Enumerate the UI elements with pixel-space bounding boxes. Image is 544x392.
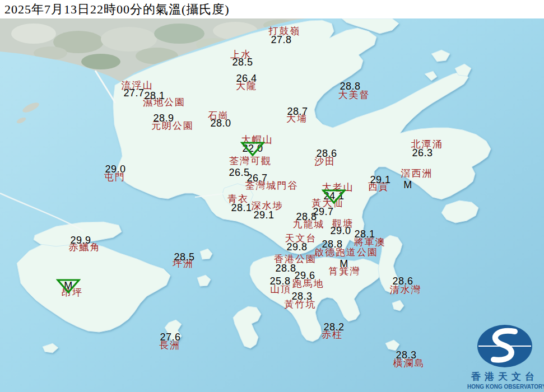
station-temp-value: 28.3 <box>396 349 416 361</box>
station-temp-value: 29.0 <box>105 164 125 175</box>
station-temp-value: 26.7 <box>247 172 267 184</box>
station-temp-value: 28.6 <box>392 276 413 287</box>
logo-chinese-label: 香港天文台 <box>467 370 542 383</box>
station-temp-value: 28.3 <box>291 291 312 302</box>
station-temp-value: 28.2 <box>323 321 344 333</box>
temperature-map-screen: 打鼓嶺27.8上水28.5大隴26.4流浮山27.7濕地公園28.1元朗公園28… <box>0 0 544 392</box>
station-name-label: 荃灣可觀 <box>229 155 272 167</box>
station-temp-value: 29.1 <box>253 209 274 221</box>
hko-emblem-icon <box>471 324 538 368</box>
station-temp-value: 29.6 <box>294 270 315 282</box>
station-temp-value: 28.5 <box>174 251 194 263</box>
station-temp-value: 27.6 <box>160 332 180 343</box>
station-temp-value: 28.8 <box>275 263 296 274</box>
station-temp-value: M <box>340 258 348 270</box>
station-temp-value: 28.0 <box>210 118 231 129</box>
station-temp-value: 29.1 <box>370 174 390 186</box>
station-temp-value: 29.0 <box>330 225 351 237</box>
station-temp-value: 28.1 <box>144 90 165 102</box>
station-temp-value: 29.9 <box>70 235 91 246</box>
station-temp-value: 28.5 <box>232 57 253 68</box>
title-bar: 2025年7月13日22時00分的氣溫(攝氏度) <box>0 0 544 18</box>
station-temp-value: 28.7 <box>287 106 308 118</box>
station-name-label: 滘西洲 <box>401 167 433 180</box>
logo-english-label: HONG KONG OBSERVATORY <box>467 384 542 390</box>
station-temp-value: 28.8 <box>296 211 317 223</box>
station-temp-value: 28.1 <box>231 202 252 214</box>
map-title: 2025年7月13日22時00分的氣溫(攝氏度) <box>0 0 544 19</box>
station-temp-value: 29.8 <box>286 241 307 253</box>
station-temp-value: 28.8 <box>340 81 360 92</box>
station-temp-value: 26.4 <box>236 73 257 85</box>
station-temp-value: M <box>64 280 73 292</box>
station-temp-value: 27.8 <box>271 34 291 46</box>
station-temp-value: 28.6 <box>316 148 337 160</box>
station-temp-value: 27.7 <box>123 87 144 99</box>
station-temp-value: 28.1 <box>354 228 375 240</box>
station-temp-value: 25.8 <box>269 276 290 287</box>
station-temp-value: 22.0 <box>242 143 263 155</box>
station-temp-value: 26.3 <box>412 147 433 159</box>
station-temp-value: 28.9 <box>153 113 174 124</box>
hko-logo: 香港天文台 HONG KONG OBSERVATORY <box>467 324 542 390</box>
station-temp-value: 28.8 <box>322 239 342 250</box>
station-temp-value: M <box>403 179 412 191</box>
stations-layer: 打鼓嶺27.8上水28.5大隴26.4流浮山27.7濕地公園28.1元朗公園28… <box>0 0 544 392</box>
